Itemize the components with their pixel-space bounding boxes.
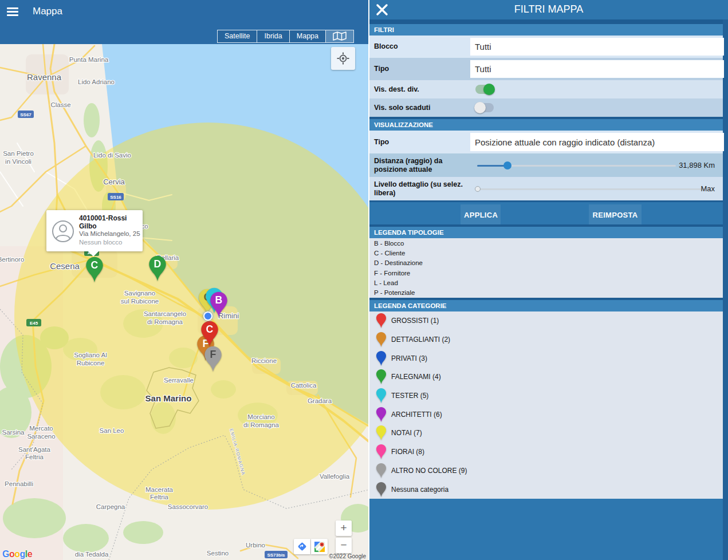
map-label-sestino: Sestino (207, 550, 229, 557)
vis-dest-toggle[interactable] (475, 85, 494, 94)
map-type-control: Satellite Ibrida Mappa (217, 30, 354, 43)
display-tipo-input[interactable] (470, 133, 724, 151)
legend-types-list: B - Blocco C - Cliente D - Destinazione … (369, 238, 723, 298)
panel-scrollbar[interactable] (723, 19, 728, 560)
apply-button[interactable]: APPLICA (461, 204, 501, 225)
map-label-pennabilli: Pennabilli (5, 480, 33, 487)
map-label-sassocorvaro: Sassocorvaro (168, 503, 208, 510)
map-type-satellite[interactable]: Satellite (218, 30, 257, 42)
vis-scaduti-toggle[interactable] (475, 103, 494, 112)
section-header-legenda-categorie: LEGENDA CATEGORIE (369, 298, 723, 311)
map-label-punta-marina: Punta Marina (69, 56, 109, 63)
category-label: FALEGNAMI (4) (391, 373, 441, 381)
blocco-input[interactable] (470, 38, 724, 56)
map-label-sul-rubicone: sul Rubicone (121, 298, 159, 305)
legend-category-item: NOTAI (7) (369, 424, 723, 443)
legend-category-item: FALEGNAMI (4) (369, 368, 723, 387)
panel-buttons-row: APPLICA REIMPOSTA (369, 200, 723, 224)
display-row-distanza: Distanza (raggio) da posizione attuale 3… (369, 153, 723, 177)
info-window-block: Nessun blocco (79, 239, 122, 246)
my-location-button[interactable] (331, 47, 355, 70)
legend-type-item: C - Cliente (369, 248, 723, 258)
filter-row-vis-dest: Vis. dest. div. (369, 80, 723, 98)
zoom-out-button[interactable]: − (336, 538, 352, 553)
marker-pin-fornitore-gray[interactable]: F (203, 345, 223, 373)
marker-letter: B (215, 294, 223, 306)
livello-slider-handle[interactable] (475, 186, 481, 192)
distanza-slider-handle[interactable] (503, 161, 511, 169)
map-label-san-marino: San Marino (145, 393, 192, 403)
google-logo-letter: G (2, 549, 9, 559)
category-pin-icon (375, 350, 387, 366)
google-logo-letter: o (9, 549, 14, 559)
map-type-mappa[interactable]: Mappa (290, 30, 326, 42)
category-pin-icon (375, 313, 387, 329)
google-logo-letter: o (14, 549, 19, 559)
livello-slider-track[interactable] (477, 188, 705, 190)
tipo-label: Tipo (374, 58, 469, 80)
filter-row-tipo: Tipo (369, 58, 723, 80)
category-pin-icon (375, 482, 387, 498)
google-maps-icon (314, 542, 325, 552)
map-label-savignano: Savignano (124, 290, 155, 297)
legend-category-item: PRIVATI (3) (369, 349, 723, 368)
livello-label: Livello dettaglio (su selez. libera) (374, 177, 469, 200)
category-label: NOTAI (7) (391, 429, 422, 437)
category-pin-icon (375, 444, 387, 460)
category-pin-icon (375, 332, 387, 348)
menu-hamburger-icon[interactable] (7, 7, 18, 17)
map-label-cattolica: Cattolica (291, 382, 317, 389)
reset-button[interactable]: REIMPOSTA (589, 204, 642, 225)
marker-pin-cliente-cesena[interactable]: C (84, 256, 105, 283)
map-label-ravenna: Ravenna (27, 72, 62, 82)
map-label-cesena: Cesena (50, 261, 80, 271)
map-label-bertinoro: Bertinoro (0, 256, 24, 263)
info-window[interactable]: 4010001-Rossi Gilbo Via Michelangelo, 25… (46, 210, 143, 251)
person-avatar-icon (52, 220, 74, 243)
map-label-san-pietro: San Pietro (3, 150, 34, 157)
map-type-toggle-button[interactable] (326, 30, 353, 42)
tipo-input[interactable] (470, 60, 724, 78)
zoom-in-button[interactable]: + (336, 520, 352, 536)
map-label-saraceno: Saraceno (27, 433, 55, 440)
map-label-classe: Classe (50, 101, 70, 108)
marker-pin-destinazione[interactable]: D (147, 255, 168, 282)
map-label-lido-adriano: Lido Adriano (78, 78, 115, 85)
panel-header: FILTRI MAPPA (369, 0, 728, 19)
map-label-di-romagna: di Romagna (147, 318, 183, 325)
section-header-visualizzazione: VISUALIZZAZIONE (369, 117, 723, 131)
map-label-san-leo: San Leo (100, 427, 124, 434)
filter-row-blocco: Blocco (369, 36, 723, 58)
distanza-value: 31,898 Km (679, 161, 715, 169)
map-copyright: ©2022 Google (329, 553, 366, 559)
category-pin-icon (375, 407, 387, 423)
map-label-santagata-feltria: Feltria (25, 453, 44, 460)
map-label-cervia: Cervia (103, 178, 125, 186)
marker-letter: D (154, 258, 162, 270)
map-label-carpegna: Carpegna (96, 503, 125, 510)
map-canvas[interactable]: SS67 SS16 E45 A14 SS73bis Ravenna Punta … (0, 0, 369, 560)
map-panel-divider (368, 0, 369, 560)
folded-map-icon (333, 31, 347, 41)
category-pin-icon (375, 388, 387, 404)
legend-category-item: DETTAGLIANTI (2) (369, 330, 723, 349)
google-logo-letter: e (27, 549, 32, 559)
category-label: TESTER (5) (391, 392, 428, 400)
map-label-urbino: Urbino (246, 542, 265, 549)
map-label-in-vincoli: in Vincoli (5, 158, 32, 165)
current-location-dot (203, 311, 213, 321)
marker-pin-cliente-red[interactable]: C (199, 320, 220, 348)
map-label-morciano-di-romagna: di Romagna (243, 421, 280, 428)
map-label-sarsina: Sarsina (2, 429, 25, 436)
legend-type-item: P - Potenziale (369, 287, 723, 297)
google-logo-letter: g (20, 549, 25, 559)
radius-circle-overlay (14, 123, 369, 510)
marker-letter: C (91, 259, 99, 271)
google-maps-button[interactable] (311, 539, 328, 554)
directions-button[interactable] (294, 539, 310, 554)
google-logo: Google (2, 549, 32, 559)
map-label-riccione: Riccione (251, 357, 277, 364)
info-window-title: 4010001-Rossi Gilbo (79, 214, 143, 230)
map-type-ibrida[interactable]: Ibrida (257, 30, 289, 42)
map-label-sogliano: Sogliano Al (74, 352, 107, 358)
